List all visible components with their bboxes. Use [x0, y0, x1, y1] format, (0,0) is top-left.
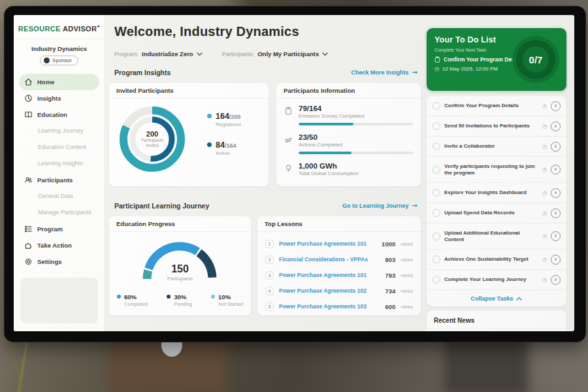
chevron-right-icon[interactable]: › — [551, 188, 561, 198]
lesson-views-label: views — [400, 304, 413, 310]
task-row[interactable]: Verify participants requesting to join t… — [427, 157, 566, 183]
task-clock-icon: ◷ — [542, 123, 547, 129]
task-row[interactable]: Confirm Your Program Details ◷ › — [427, 96, 566, 116]
todo-panel: Your To Do List Complete Your Next Task:… — [427, 28, 566, 91]
legend-active: 84/164 Active — [207, 140, 241, 156]
completed-pct: 60% — [124, 293, 148, 301]
sponsor-badge-label: Sponsor — [52, 57, 72, 63]
settings-icon — [24, 257, 33, 266]
task-checkbox[interactable] — [433, 189, 440, 197]
go-to-learning-journey-link[interactable]: Go to Learning Journey → — [342, 202, 417, 209]
chevron-right-icon[interactable]: › — [551, 275, 561, 285]
lesson-views: 803 — [385, 256, 395, 263]
participants-information-card: Participants Information 79/164 Emission… — [276, 83, 421, 186]
registered-dot-icon — [207, 114, 212, 118]
task-row[interactable]: Send 50 Invitations to Participants ◷ › — [427, 116, 566, 137]
task-checkbox[interactable] — [433, 102, 440, 110]
program-filter-dropdown[interactable]: Program: Industrialize Zero — [114, 50, 203, 57]
task-row[interactable]: Complete Your Learning Journey ◷ › — [427, 270, 566, 290]
sidebar-item-home[interactable]: Home — [19, 74, 99, 90]
sidebar-item-label: Home — [37, 78, 54, 86]
task-row[interactable]: Upload Additional Educational Content ◷ … — [427, 223, 566, 250]
check-more-insights-link[interactable]: Check More Insights → — [351, 69, 417, 76]
task-checkbox[interactable] — [433, 122, 440, 130]
sidebar-item-participants[interactable]: Participants — [14, 172, 105, 188]
task-checkbox[interactable] — [433, 142, 440, 150]
legend-completed: 60% Completed — [117, 293, 148, 307]
donut-center-label: Participants Invited — [135, 138, 170, 149]
actions-icon — [284, 135, 293, 144]
actions-completed-progressbar — [299, 152, 413, 154]
filter-bar: Program: Industrialize Zero Participants… — [114, 50, 328, 57]
sidebar-item-take-action[interactable]: Take Action — [14, 237, 105, 253]
chevron-right-icon[interactable]: › — [551, 255, 561, 265]
task-label: Upload Additional Educational Content — [444, 230, 538, 243]
sidebar-item-education-content[interactable]: Education Content — [14, 139, 105, 155]
collapse-tasks-label: Collapse Tasks — [471, 295, 514, 302]
task-checkbox[interactable] — [433, 255, 440, 263]
lesson-link[interactable]: Power Purchase Agreements 101 — [279, 272, 380, 278]
gauge-center-label: Participants — [109, 276, 251, 282]
collapse-tasks-link[interactable]: Collapse Tasks — [427, 290, 566, 306]
sidebar-item-learning-insights[interactable]: Learning Insights — [14, 155, 105, 172]
task-checkbox[interactable] — [433, 166, 440, 174]
lesson-rank: 3 — [265, 271, 274, 280]
actions-completed-value: 23/50 — [299, 133, 413, 141]
sidebar-item-label: Manage Participants — [38, 209, 91, 216]
education-progress-card: Education Progress 150 Participants — [109, 216, 251, 316]
chevron-up-icon — [516, 297, 522, 301]
todo-next-task: Confirm Your Program Details — [444, 56, 523, 63]
sidebar-item-learning-journey[interactable]: Learning Journey — [14, 123, 105, 139]
lesson-row: 3 Power Purchase Agreements 101 793 view… — [265, 267, 413, 283]
lesson-link[interactable]: Financial Considerations - VPPAs — [279, 256, 380, 263]
sidebar-item-label: Participants — [37, 176, 73, 184]
task-label: Achieve One Sustainability Target — [444, 256, 538, 263]
task-row[interactable]: Upload Spend Data Records ◷ › — [427, 203, 566, 223]
lesson-rank: 4 — [265, 287, 274, 295]
logo-suffix: + — [97, 24, 100, 29]
lesson-views-label: views — [400, 257, 413, 263]
participants-filter-label: Participants: — [222, 51, 255, 57]
task-clock-icon: ◷ — [542, 210, 547, 216]
lesson-link[interactable]: Power Purchase Agreements 101 — [279, 240, 376, 247]
task-clock-icon: ◷ — [542, 167, 547, 172]
task-clock-icon: ◷ — [542, 144, 547, 150]
emission-survey-value: 79/164 — [299, 105, 413, 112]
chevron-right-icon[interactable]: › — [551, 165, 561, 174]
task-row[interactable]: Explore Your Insights Dashboard ◷ › — [427, 183, 566, 203]
donut-center-value: 200 — [146, 130, 158, 138]
chevron-right-icon[interactable]: › — [551, 208, 561, 218]
task-row[interactable]: Achieve One Sustainability Target ◷ › — [427, 250, 566, 270]
invited-participants-donut-chart: 200 Participants Invited — [116, 103, 189, 176]
task-checkbox[interactable] — [433, 276, 440, 284]
metric-emission-survey: 79/164 Emission Survey Completed — [283, 105, 413, 125]
participants-filter-dropdown[interactable]: Participants: Only My Participants — [222, 50, 329, 57]
task-label: Send 50 Invitations to Participants — [444, 123, 538, 129]
not-started-dot-icon — [211, 295, 215, 299]
global-consumption-value: 1,000 GWh — [299, 162, 413, 170]
sidebar-item-general-data[interactable]: General Data — [14, 188, 105, 204]
lesson-link[interactable]: Power Purchase Agreements 102 — [279, 287, 380, 294]
task-label: Explore Your Insights Dashboard — [444, 189, 538, 196]
emission-survey-progressbar — [299, 123, 413, 125]
sidebar-item-program[interactable]: Program — [14, 221, 105, 237]
sidebar-item-label: Learning Insights — [38, 160, 83, 167]
sidebar-item-education[interactable]: Education — [14, 106, 105, 123]
monitor-screen: RESOURCE ADVISOR+ Industry Dynamics Spon… — [14, 15, 574, 331]
sidebar-item-settings[interactable]: Settings — [14, 253, 105, 270]
todo-next-task-time: 12 May 2025, 12:00 PM — [442, 66, 498, 72]
sidebar-item-manage-participants[interactable]: Manage Participants — [14, 204, 105, 221]
participants-filter-value: Only My Participants — [257, 50, 319, 57]
chevron-right-icon[interactable]: › — [551, 142, 561, 152]
lesson-row: 5 Power Purchase Agreements 103 600 view… — [265, 299, 413, 314]
chevron-right-icon[interactable]: › — [551, 122, 561, 131]
sidebar-footer-panel — [20, 278, 98, 323]
todo-task-list: Confirm Your Program Details ◷ › Send 50… — [427, 96, 566, 306]
lesson-link[interactable]: Power Purchase Agreements 103 — [279, 303, 380, 310]
task-row[interactable]: Invite a Collaborator ◷ › — [427, 137, 566, 157]
task-checkbox[interactable] — [433, 233, 440, 240]
sidebar-item-insights[interactable]: Insights — [14, 90, 105, 106]
chevron-right-icon[interactable]: › — [551, 101, 561, 111]
task-checkbox[interactable] — [433, 209, 440, 217]
chevron-right-icon[interactable]: › — [551, 231, 561, 241]
